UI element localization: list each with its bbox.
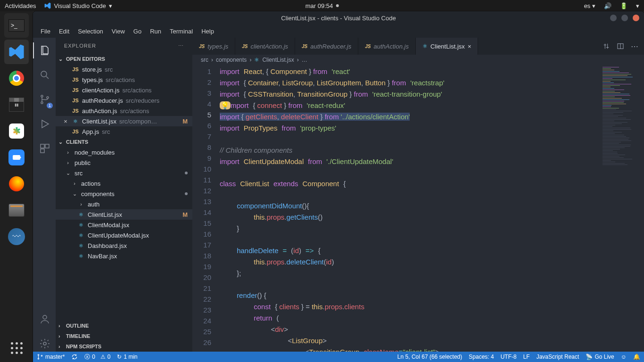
open-editor-item[interactable]: ×JStypes.js src/actions xyxy=(56,74,192,85)
open-editor-item[interactable]: ×⚛ClientList.jsx src/compon…M xyxy=(56,116,192,126)
menu-run[interactable]: Run xyxy=(146,27,165,36)
explorer-more-icon[interactable]: ⋯ xyxy=(178,43,184,49)
dock-slack[interactable]: ✱ xyxy=(4,119,29,143)
tree-folder[interactable]: ›actions xyxy=(56,178,192,189)
svg-point-7 xyxy=(43,315,47,319)
lang-indicator[interactable]: es ▾ xyxy=(584,2,595,9)
status-eol[interactable]: LF xyxy=(523,354,530,360)
tree-folder[interactable]: ›public xyxy=(56,157,192,168)
volume-icon[interactable]: 🔊 xyxy=(604,2,611,9)
tree-file[interactable]: ⚛ClientUpdateModal.jsx xyxy=(56,230,192,240)
menu-help[interactable]: Help xyxy=(198,27,218,36)
tree-file[interactable]: ⚛Dashboard.jsx xyxy=(56,240,192,251)
code-editor[interactable]: import React, { Component } from 'react'… xyxy=(220,65,599,352)
react-icon: ⚛ xyxy=(77,222,85,228)
chevron-icon: › xyxy=(71,181,78,186)
status-bell[interactable]: 🔔 xyxy=(633,354,640,360)
open-editor-item[interactable]: ×JSauthAction.js src/actions xyxy=(56,106,192,116)
window-minimize[interactable] xyxy=(610,15,617,21)
menu-file[interactable]: File xyxy=(37,27,54,36)
editor-tab[interactable]: ⚛ClientList.jsx × xyxy=(416,38,479,55)
status-sync[interactable] xyxy=(71,354,78,360)
activity-scm[interactable] xyxy=(33,91,56,107)
menu-selection[interactable]: Selection xyxy=(74,27,107,36)
tree-file[interactable]: ⚛NavBar.jsx xyxy=(56,251,192,261)
svg-point-0 xyxy=(41,71,47,77)
js-icon: JS xyxy=(72,87,79,93)
dock-firefox[interactable] xyxy=(4,172,29,196)
dock-editor[interactable]: ▮▮ xyxy=(4,92,29,117)
status-bar: master* ⓧ 0 ⚠ 0 ↻ 1 min Ln 5, Col 67 (66… xyxy=(33,352,644,362)
activity-account[interactable] xyxy=(33,311,56,327)
tree-file[interactable]: ⚛ClientList.jsxM xyxy=(56,209,192,220)
project-header[interactable]: ⌄CLIENTS xyxy=(56,137,192,147)
status-encoding[interactable]: UTF-8 xyxy=(501,354,517,360)
more-icon[interactable]: ⋯ xyxy=(631,42,638,51)
open-editor-item[interactable]: ×JSApp.js src xyxy=(56,126,192,137)
tree-folder[interactable]: ›auth xyxy=(56,199,192,209)
clock[interactable]: mar 09:54 xyxy=(305,2,339,9)
dock-mysql[interactable]: 〰 xyxy=(4,224,29,249)
line-gutter[interactable]: 1234567891011121314151617181920212223242… xyxy=(192,65,220,352)
npm-scripts-header[interactable]: ›NPM SCRIPTS xyxy=(56,341,192,352)
status-feedback[interactable]: ☺ xyxy=(621,354,627,360)
dock-show-apps[interactable] xyxy=(7,338,26,357)
dock-vscode[interactable] xyxy=(4,40,29,64)
status-spaces[interactable]: Spaces: 4 xyxy=(469,354,494,360)
editor-tab[interactable]: JSclientAction.js xyxy=(235,38,295,55)
activity-settings[interactable] xyxy=(33,336,56,352)
editor-tab[interactable]: JStypes.js xyxy=(192,38,235,55)
open-editors-header[interactable]: ⌄OPEN EDITORS xyxy=(56,54,192,64)
tree-file[interactable]: ⚛ClientModal.jsx xyxy=(56,220,192,230)
dock-chrome[interactable] xyxy=(4,66,29,90)
svg-point-8 xyxy=(43,342,46,345)
minimap[interactable] xyxy=(599,65,644,352)
editor-tab[interactable]: JSauthAction.js xyxy=(358,38,416,55)
status-problems[interactable]: ⓧ 0 ⚠ 0 xyxy=(84,353,110,361)
editor-tab[interactable]: JSauthReducer.js xyxy=(295,38,358,55)
breadcrumb[interactable]: src › components › ⚛ ClientList.jsx › … xyxy=(192,55,644,65)
vscode-icon xyxy=(8,44,25,60)
dock-terminal[interactable]: >_ xyxy=(4,13,29,38)
chevron-icon: › xyxy=(77,201,85,207)
timeline-header[interactable]: ›TIMELINE xyxy=(56,331,192,341)
menu-view[interactable]: View xyxy=(108,27,129,36)
split-editor-icon[interactable] xyxy=(617,42,624,50)
tree-folder[interactable]: ⌄src xyxy=(56,168,192,178)
activity-debug[interactable] xyxy=(33,116,56,132)
open-editor-item[interactable]: ×JSauthReducer.js src/reducers xyxy=(56,95,192,106)
activity-explorer[interactable] xyxy=(33,42,56,58)
menu-terminal[interactable]: Terminal xyxy=(166,27,197,36)
svg-point-11 xyxy=(38,358,39,359)
gnome-dock: >_ ▮▮ ✱ 〰 xyxy=(0,11,33,362)
window-close[interactable] xyxy=(633,15,639,21)
outline-header[interactable]: ›OUTLINE xyxy=(56,321,192,331)
react-icon: ⚛ xyxy=(77,232,85,239)
compare-icon[interactable] xyxy=(603,42,610,50)
window-maximize[interactable] xyxy=(621,15,628,21)
activity-search[interactable] xyxy=(33,67,56,83)
status-time[interactable]: ↻ 1 min xyxy=(117,354,137,360)
status-golive[interactable]: 📡 Go Live xyxy=(586,354,614,360)
battery-icon[interactable]: 🔋 xyxy=(620,2,627,9)
status-branch[interactable]: master* xyxy=(37,354,65,360)
menu-go[interactable]: Go xyxy=(130,27,145,36)
open-editor-item[interactable]: ×JSclientAction.js src/actions xyxy=(56,85,192,95)
window-titlebar[interactable]: ClientList.jsx - clients - Visual Studio… xyxy=(33,11,644,25)
status-cursor[interactable]: Ln 5, Col 67 (66 selected) xyxy=(397,354,462,360)
app-indicator[interactable]: Visual Studio Code ▾ xyxy=(44,2,112,9)
dock-zoom[interactable] xyxy=(4,145,29,170)
status-lang[interactable]: JavaScript React xyxy=(537,354,579,360)
menu-edit[interactable]: Edit xyxy=(55,27,73,36)
activity-extensions[interactable] xyxy=(33,140,56,156)
play-icon xyxy=(39,118,50,130)
close-icon[interactable]: × xyxy=(62,118,69,125)
svg-rect-5 xyxy=(45,144,49,148)
tree-folder[interactable]: ⌄components xyxy=(56,189,192,199)
open-editor-item[interactable]: ×JSstore.js src xyxy=(56,64,192,74)
dock-files[interactable] xyxy=(4,198,29,222)
tree-folder[interactable]: ›node_modules xyxy=(56,147,192,157)
activities-button[interactable]: Actividades xyxy=(5,2,36,9)
close-icon[interactable]: × xyxy=(468,43,471,50)
system-menu[interactable]: ▾ xyxy=(636,2,639,9)
